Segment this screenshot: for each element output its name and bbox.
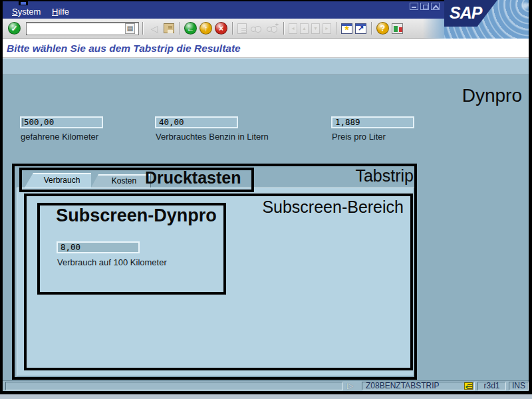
window-frame-left: [0, 0, 3, 394]
status-message-field: [5, 382, 343, 390]
annotation-tabstrip: Tabstrip: [355, 168, 414, 184]
statusbar-system-field: r3d1: [477, 382, 506, 390]
window-frame-strip: [0, 394, 532, 399]
annotation-subscreen-dynpro: Subscreen-Dynpro: [37, 207, 225, 225]
input-value: 1,889: [332, 118, 413, 126]
command-field: ▤: [26, 22, 139, 35]
exit-button[interactable]: ↑: [200, 22, 212, 35]
statusbar-transaction-field[interactable]: Z08BENZTABSTRIP: [362, 382, 475, 390]
label-gefahrene-kilometer: gefahrene Kilometer: [21, 132, 98, 142]
enter-button[interactable]: ✓: [8, 22, 21, 35]
statusbar-insert-mode-field: INS: [509, 382, 529, 390]
help-button[interactable]: ?: [376, 22, 389, 35]
label-preis-pro-liter: Preis pro Liter: [332, 132, 386, 142]
input-value: 8,00: [58, 243, 138, 251]
services-for-object-icon[interactable]: [464, 382, 473, 390]
sap-gui-window: System Hilfe SAP ✓ ▤ ◁←↑×+◄▲▼►*↗? Bitte …: [0, 0, 532, 399]
window-frame-right: [529, 0, 532, 394]
label-verbrauch-100km: Verbrauch auf 100 Kilometer: [57, 257, 167, 267]
window-icon-fragment: [19, 1, 28, 5]
input-value: 40,00: [156, 118, 237, 126]
statusbar-expand-icon[interactable]: ▷: [347, 381, 353, 390]
back-button[interactable]: ←: [184, 22, 197, 35]
window-controls: [410, 3, 440, 10]
application-toolbar: [3, 58, 529, 75]
toolbar-buttons: ◁←↑×+◄▲▼►*↗?: [139, 22, 404, 35]
restore-icon[interactable]: [420, 3, 429, 10]
toolbar-separator: [179, 22, 180, 35]
command-input[interactable]: [27, 23, 125, 34]
save-button[interactable]: [164, 23, 174, 33]
screen-title: Bitte wählen Sie aus dem Tabstrip die Re…: [7, 43, 241, 55]
input-verbrauchtes-benzin[interactable]: 40,00: [155, 116, 238, 128]
customize-layout-button[interactable]: [392, 23, 403, 34]
cancel-button[interactable]: ×: [215, 22, 227, 35]
new-session-button[interactable]: *: [341, 23, 352, 34]
first-page-button: ◄: [289, 23, 297, 34]
print-button: [237, 23, 247, 34]
page-down-button: ▼: [311, 23, 320, 34]
collapse-command-field-icon: ◁: [148, 22, 161, 35]
last-page-button: ►: [323, 23, 331, 34]
toolbar-separator: [336, 22, 336, 35]
annotation-dynpro: Dynpro: [462, 86, 522, 105]
input-verbrauch-100km[interactable]: 8,00: [57, 241, 140, 253]
page-up-button: ▲: [300, 23, 309, 34]
status-bar: ▷ Z08BENZTABSTRIP r3d1 INS: [3, 380, 529, 391]
title-row: Bitte wählen Sie aus dem Tabstrip die Re…: [3, 39, 529, 58]
find-button: [249, 22, 263, 35]
find-next-button: +: [265, 22, 279, 35]
toolbar-separator: [283, 22, 284, 35]
input-preis-pro-liter[interactable]: 1,889: [331, 116, 414, 128]
label-verbrauchtes-benzin: Verbrauchtes Benzin in Litern: [156, 132, 269, 142]
input-value: 500,00: [21, 118, 102, 126]
sap-logo: SAP: [444, 0, 529, 39]
transaction-code: Z08BENZTABSTRIP: [366, 382, 464, 390]
annotation-drucktasten: Drucktasten: [145, 170, 241, 186]
toolbar-separator: [232, 22, 233, 35]
maximize-icon[interactable]: [431, 3, 440, 10]
command-history-icon[interactable]: ▤: [125, 23, 135, 34]
menu-hilfe[interactable]: Hilfe: [52, 7, 69, 17]
input-gefahrene-kilometer[interactable]: 500,00: [20, 116, 103, 128]
dynpro-screen: Dynpro 500,00 gefahrene Kilometer 40,00 …: [3, 75, 529, 380]
toolbar-separator: [142, 22, 143, 35]
annotation-subscreen-bereich: Subscreen-Bereich: [262, 199, 404, 215]
create-shortcut-button[interactable]: ↗: [355, 23, 366, 34]
toolbar-gradient: [423, 19, 444, 39]
minimize-icon[interactable]: [410, 3, 418, 10]
toolbar-separator: [371, 22, 372, 35]
menu-system[interactable]: System: [12, 7, 41, 17]
